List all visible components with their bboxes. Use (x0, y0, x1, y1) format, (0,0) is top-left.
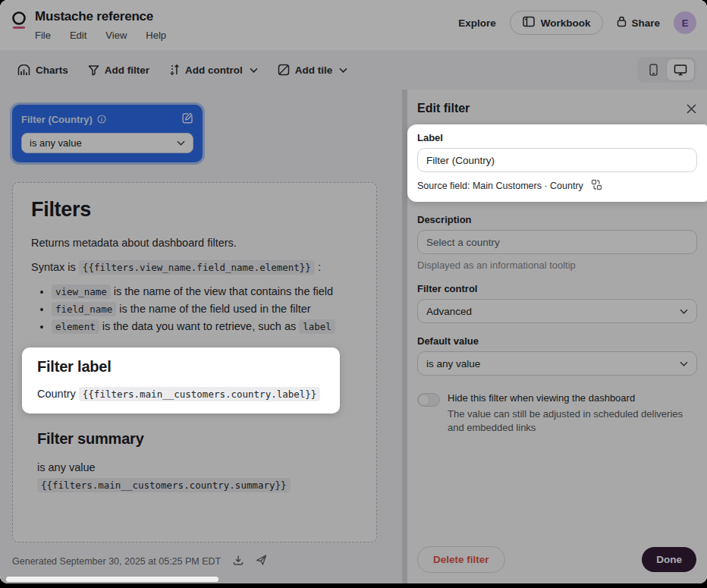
tile-icon (278, 64, 290, 76)
doc-heading-filters: Filters (31, 198, 358, 222)
add-control-label: Add control (185, 64, 243, 76)
menu-file[interactable]: File (35, 30, 51, 41)
tile-footer: Generated September 30, 2025 at 05:25 PM… (12, 555, 267, 568)
add-filter-label: Add filter (105, 64, 149, 76)
add-filter-button[interactable]: Add filter (81, 59, 156, 81)
send-icon[interactable] (256, 555, 267, 568)
menu-view[interactable]: View (105, 30, 127, 41)
doc-intro: Returns metadata about dashboard filters… (31, 237, 358, 249)
label-field-highlight: Label Source field: Main Customers · Cou… (407, 124, 707, 202)
default-value-select[interactable]: is any value (417, 351, 697, 376)
download-icon[interactable] (233, 555, 244, 568)
filter-card-country[interactable]: Filter (Country) (12, 105, 203, 162)
charts-button[interactable]: Charts (11, 59, 75, 81)
workbook-button[interactable]: Workbook (510, 11, 604, 35)
omni-logo-icon (11, 11, 27, 30)
app-header: Mustache reference File Edit View Help E… (0, 0, 707, 50)
filter-card-value-select[interactable]: is any value (21, 133, 193, 153)
doc-syntax-line: Syntax is {{filters.view_name.field_name… (31, 261, 358, 273)
filter-funnel-icon (88, 64, 99, 76)
document-tile[interactable]: Filters Returns metadata about dashboard… (12, 182, 377, 542)
add-tile-label: Add tile (295, 64, 333, 76)
close-icon[interactable] (687, 104, 696, 114)
filter-summary-value: is any value (37, 461, 358, 473)
filter-summary-section: Filter summary is any value {{filters.ma… (31, 430, 358, 492)
info-icon[interactable] (97, 113, 106, 127)
lock-icon (617, 16, 627, 30)
hide-filter-toggle[interactable] (417, 393, 440, 407)
panel-divider (402, 90, 407, 583)
dashboard-canvas: Filter (Country) (0, 90, 402, 583)
code-chip: {{filters.view_name.field_name.element}} (79, 260, 315, 275)
hide-filter-label: Hide this filter when viewing the dashbo… (448, 392, 697, 404)
delete-filter-button[interactable]: Delete filter (417, 546, 505, 573)
add-control-button[interactable]: Add control (162, 58, 265, 81)
done-button[interactable]: Done (642, 547, 696, 572)
doc-bullet-list: view_name is the name of the view that c… (52, 285, 358, 332)
filter-label-example: Country {{filters.main__customers.countr… (37, 388, 325, 400)
avatar[interactable]: E (674, 11, 696, 34)
description-label: Description (417, 214, 697, 225)
chevron-down-icon (250, 68, 258, 73)
doc-heading-filter-label: Filter label (37, 358, 325, 376)
bullet-element: element is the data you want to retrieve… (52, 320, 358, 332)
share-button[interactable]: Share (617, 16, 660, 30)
dashboard-toolbar: Charts Add filter Add co (0, 50, 707, 90)
chevron-down-icon (339, 68, 347, 73)
charts-label: Charts (36, 64, 68, 76)
filter-card-value: is any value (30, 137, 82, 149)
menu-help[interactable]: Help (146, 30, 166, 41)
source-field-text: Source field: Main Customers · Country (417, 181, 583, 191)
hide-filter-subtext: The value can still be adjusted in sched… (448, 407, 697, 434)
workbook-icon (523, 16, 535, 30)
filter-control-label: Filter control (417, 283, 697, 294)
code-chip: {{filters.main__customers.country.label}… (79, 387, 321, 401)
code-chip: {{filters.main__customers.country.summar… (37, 478, 291, 492)
description-input[interactable] (417, 230, 697, 254)
add-tile-button[interactable]: Add tile (271, 58, 355, 81)
swap-field-icon[interactable] (591, 179, 602, 193)
filter-control-select[interactable]: Advanced (417, 299, 697, 323)
default-value-label: Default value (417, 335, 697, 347)
panel-title: Edit filter (417, 102, 470, 115)
edit-filter-panel: Edit filter Label Source field: Main Cus… (407, 90, 707, 583)
workbook-label: Workbook (541, 17, 591, 29)
label-input[interactable] (417, 148, 697, 172)
device-toggle (637, 57, 696, 83)
label-field-label: Label (417, 132, 697, 143)
bullet-view-name: view_name is the name of the view that c… (52, 285, 358, 297)
bullet-field-name: field_name is the name of the field used… (52, 303, 358, 315)
menu-edit[interactable]: Edit (70, 30, 86, 41)
explore-link[interactable]: Explore (458, 17, 496, 29)
edit-pencil-icon[interactable] (182, 112, 193, 127)
filter-card-label: Filter (Country) (21, 114, 93, 125)
menu-bar: File Edit View Help (35, 30, 166, 41)
sort-arrows-icon (169, 64, 180, 76)
doc-heading-filter-summary: Filter summary (37, 430, 358, 448)
filter-label-section-highlight: Filter label Country {{filters.main__cus… (22, 347, 340, 413)
generated-timestamp: Generated September 30, 2025 at 05:25 PM… (12, 556, 221, 567)
default-value-value: is any value (426, 358, 480, 369)
app-window: Mustache reference File Edit View Help E… (0, 0, 707, 583)
horizontal-scrollbar[interactable] (6, 577, 218, 582)
mobile-view-button[interactable] (639, 59, 667, 80)
charts-icon (17, 64, 30, 76)
filter-summary-example: {{filters.main__customers.country.summar… (37, 478, 358, 492)
page-title: Mustache reference (35, 9, 166, 24)
description-helper: Displayed as an informational tooltip (417, 259, 697, 271)
share-label: Share (631, 17, 660, 29)
filter-control-value: Advanced (426, 306, 472, 317)
desktop-view-button[interactable] (667, 59, 694, 80)
